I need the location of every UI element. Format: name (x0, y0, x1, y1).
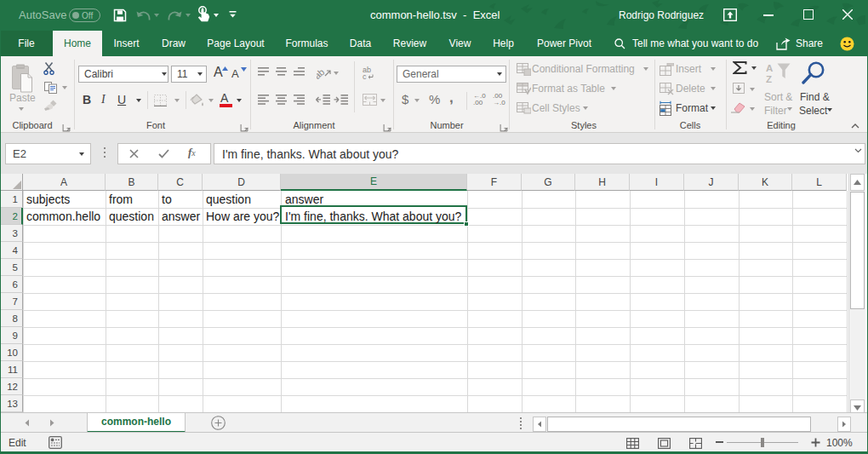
svg-text:ab: ab (317, 66, 327, 79)
svg-text:Z: Z (766, 74, 772, 84)
svg-text:c: c (363, 72, 367, 80)
svg-text:A: A (766, 63, 773, 73)
